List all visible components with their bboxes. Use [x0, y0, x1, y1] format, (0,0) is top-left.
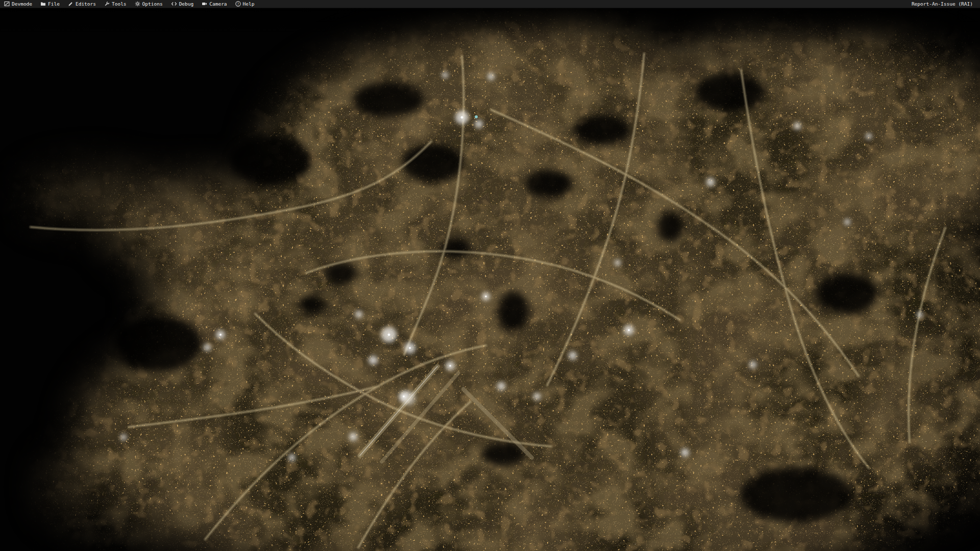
gear-icon: [135, 1, 140, 7]
code-icon: [171, 1, 177, 7]
menu-left-group: Devmode File Editors Tools Options: [0, 0, 258, 8]
menu-item-label: Help: [243, 1, 255, 7]
folder-icon: [40, 1, 46, 7]
menu-right-group: Report-An-Issue (RAI): [908, 0, 980, 8]
menu-item-devmode[interactable]: Devmode: [0, 0, 36, 8]
help-icon: ?: [235, 1, 241, 7]
top-vignette: [0, 8, 980, 43]
menu-item-help[interactable]: ? Help: [231, 0, 259, 8]
report-an-issue-button[interactable]: Report-An-Issue (RAI): [908, 0, 977, 8]
menu-item-tools[interactable]: Tools: [100, 0, 131, 8]
menu-item-debug[interactable]: Debug: [167, 0, 198, 8]
menu-item-file[interactable]: File: [36, 0, 64, 8]
night-aerial-city-render: [0, 8, 980, 551]
world-viewport[interactable]: [0, 8, 980, 551]
menu-item-editors[interactable]: Editors: [64, 0, 100, 8]
devmode-icon: [4, 1, 10, 7]
menu-item-label: Tools: [112, 1, 127, 7]
menu-item-label: Options: [142, 1, 163, 7]
pencil-icon: [68, 1, 74, 7]
menu-item-options[interactable]: Options: [131, 0, 167, 8]
menu-item-camera[interactable]: Camera: [198, 0, 231, 8]
menu-item-label: Devmode: [12, 1, 32, 7]
svg-text:?: ?: [237, 2, 238, 6]
camera-icon: [202, 1, 207, 7]
wrench-icon: [104, 1, 110, 7]
menu-bar: Devmode File Editors Tools Options: [0, 0, 980, 8]
menu-item-label: Camera: [209, 1, 227, 7]
report-an-issue-label: Report-An-Issue (RAI): [912, 1, 973, 7]
menu-item-label: Editors: [76, 1, 96, 7]
menu-item-label: File: [48, 1, 60, 7]
stadium-light: [475, 115, 478, 118]
menu-item-label: Debug: [179, 1, 194, 7]
